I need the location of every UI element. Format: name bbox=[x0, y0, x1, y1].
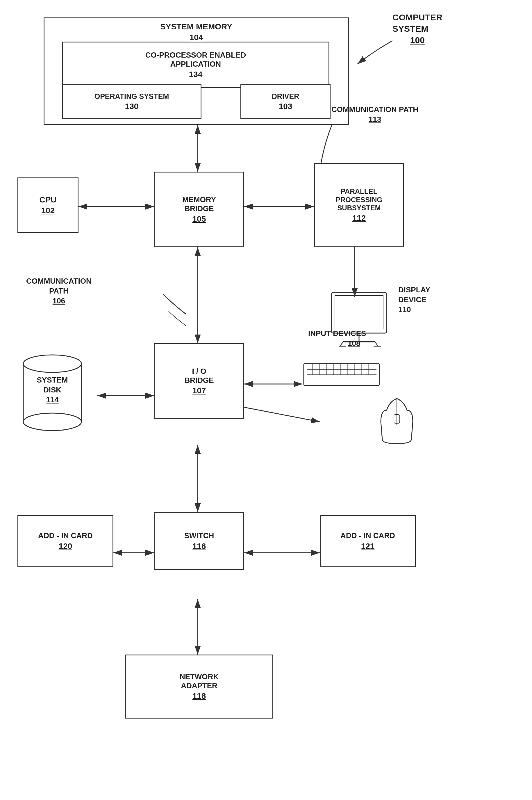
co-processor-label: CO-PROCESSOR ENABLEDAPPLICATION bbox=[145, 51, 246, 69]
network-adapter-num: 118 bbox=[192, 691, 206, 701]
driver-label: DRIVER bbox=[272, 92, 299, 101]
add-in-card-120-label: ADD - IN CARD bbox=[38, 531, 93, 540]
display-device-label: DISPLAY DEVICE 110 bbox=[398, 285, 430, 315]
os-label: OPERATING SYSTEM bbox=[94, 92, 169, 101]
comm-path-106-label: COMMUNICATION PATH 106 bbox=[26, 276, 92, 306]
system-disk-label: SYSTEM DISK 114 bbox=[17, 375, 87, 405]
svg-point-25 bbox=[23, 355, 81, 372]
comm-path-106-curve bbox=[163, 305, 192, 329]
system-memory-box: SYSTEM MEMORY 104 CO-PROCESSOR ENABLEDAP… bbox=[44, 17, 349, 125]
svg-rect-16 bbox=[335, 296, 383, 329]
io-bridge-num: 107 bbox=[192, 386, 206, 395]
system-memory-num: 104 bbox=[44, 33, 348, 42]
switch-num: 116 bbox=[192, 542, 206, 551]
add-in-card-121-box: ADD - IN CARD 121 bbox=[320, 515, 416, 567]
os-num: 130 bbox=[125, 102, 139, 111]
add-in-card-120-box: ADD - IN CARD 120 bbox=[17, 515, 113, 567]
keyboard-icon bbox=[302, 361, 384, 390]
cpu-box: CPU 102 bbox=[17, 178, 78, 233]
memory-bridge-box: MEMORYBRIDGE 105 bbox=[154, 172, 244, 247]
network-adapter-box: NETWORKADAPTER 118 bbox=[125, 654, 273, 719]
driver-box: DRIVER 103 bbox=[241, 84, 330, 119]
diagram: COMPUTER SYSTEM 100 SYSTEM MEMORY 104 CO… bbox=[0, 0, 532, 800]
input-devices-label: INPUT DEVICES 108 bbox=[308, 329, 366, 349]
network-adapter-label: NETWORKADAPTER bbox=[180, 672, 218, 690]
switch-box: SWITCH 116 bbox=[154, 512, 244, 570]
parallel-num: 112 bbox=[352, 213, 366, 223]
mouse-icon bbox=[378, 393, 416, 445]
computer-system-arrow bbox=[349, 35, 407, 70]
svg-line-10 bbox=[244, 407, 320, 422]
cpu-num: 102 bbox=[41, 206, 55, 215]
driver-num: 103 bbox=[279, 102, 292, 111]
cpu-label: CPU bbox=[39, 195, 56, 205]
comm-path-113-label: COMMUNICATION PATH 113 bbox=[331, 105, 418, 125]
system-memory-label: SYSTEM MEMORY bbox=[44, 22, 348, 32]
add-in-card-121-label: ADD - IN CARD bbox=[340, 531, 395, 540]
memory-bridge-label: MEMORYBRIDGE bbox=[182, 195, 216, 213]
operating-system-box: OPERATING SYSTEM 130 bbox=[62, 84, 202, 119]
add-in-card-120-num: 120 bbox=[59, 542, 72, 551]
svg-line-21 bbox=[375, 342, 378, 346]
io-bridge-label: I / OBRIDGE bbox=[184, 367, 214, 385]
switch-label: SWITCH bbox=[184, 531, 214, 540]
svg-rect-15 bbox=[331, 292, 387, 333]
io-bridge-box: I / OBRIDGE 107 bbox=[154, 343, 244, 419]
svg-point-26 bbox=[23, 413, 81, 430]
parallel-label: PARALLELPROCESSINGSUBSYSTEM bbox=[336, 187, 382, 212]
parallel-processing-box: PARALLELPROCESSINGSUBSYSTEM 112 bbox=[314, 163, 404, 247]
add-in-card-121-num: 121 bbox=[361, 542, 375, 551]
co-processor-num: 134 bbox=[189, 70, 203, 79]
memory-bridge-num: 105 bbox=[192, 215, 206, 224]
co-processor-box: CO-PROCESSOR ENABLEDAPPLICATION 134 bbox=[62, 42, 329, 88]
